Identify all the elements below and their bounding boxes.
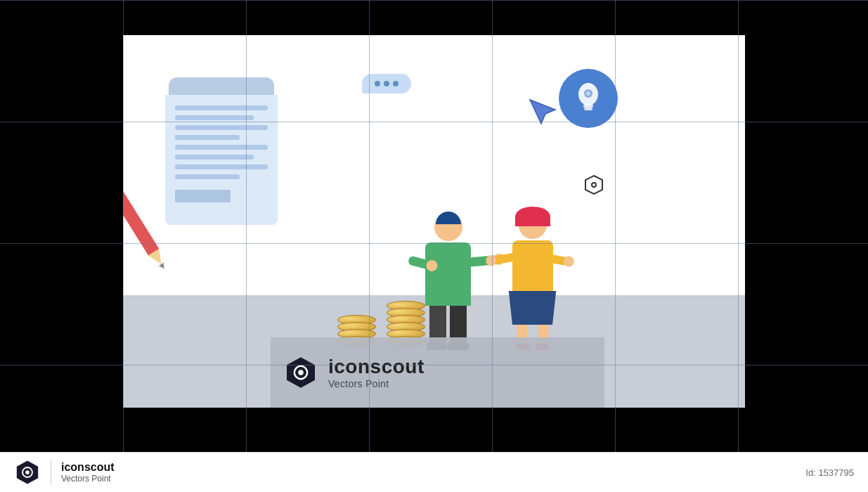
svg-rect-10: [584, 108, 592, 110]
bottom-divider: [51, 460, 51, 485]
man-figure: [425, 213, 471, 350]
chat-bubble: [362, 74, 411, 93]
svg-point-15: [592, 183, 595, 186]
watermark-sub-text: Vectors Point: [328, 378, 425, 389]
bottom-sub-text: Vectors Point: [61, 474, 115, 484]
doc-body: [165, 95, 278, 225]
watermark-text-block: iconscout Vectors Point: [328, 356, 425, 389]
bottom-id-label: Id: 1537795: [805, 467, 854, 478]
bottom-bar: iconscout Vectors Point Id: 1537795: [0, 452, 868, 492]
bottom-text-block: iconscout Vectors Point: [61, 461, 115, 484]
svg-point-18: [298, 370, 304, 375]
doc-scroll-top: [169, 77, 274, 95]
svg-marker-6: [530, 100, 555, 124]
hex-icon-illustration: [583, 174, 604, 198]
woman-figure: [506, 211, 559, 350]
svg-point-21: [25, 470, 30, 474]
watermark-overlay: iconscout Vectors Point: [271, 337, 604, 408]
document: [165, 77, 278, 232]
cursor-icon: [527, 97, 558, 131]
watermark-brand-name: iconscout: [328, 356, 425, 378]
illustration-area: iconscout Vectors Point: [123, 35, 745, 408]
pencil: [123, 181, 169, 271]
watermark-logo: [283, 355, 318, 390]
svg-rect-9: [583, 104, 593, 108]
bottom-logo-icon: [14, 459, 41, 486]
svg-point-12: [586, 91, 590, 96]
idea-bubble: [559, 69, 618, 131]
bottom-brand-name: iconscout: [61, 461, 115, 474]
